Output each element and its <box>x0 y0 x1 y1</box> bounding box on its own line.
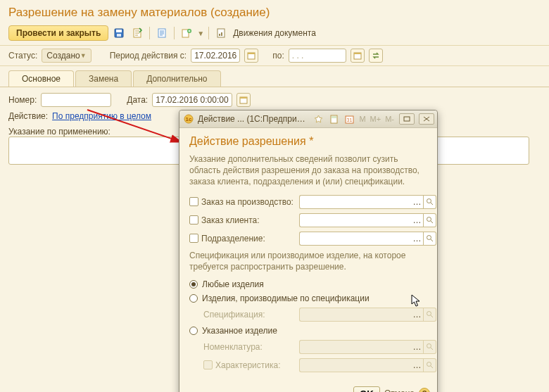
tab-main[interactable]: Основное <box>8 70 74 87</box>
action-link[interactable]: По предприятию в целом <box>52 111 151 121</box>
radio-by-spec[interactable] <box>189 294 198 303</box>
select-button: … <box>411 340 424 354</box>
calendar-to-button[interactable] <box>351 49 365 63</box>
tabs: Основное Замена Дополнительно <box>0 66 549 87</box>
memory-plus-button[interactable]: M+ <box>370 115 382 123</box>
period-to-value: . . . <box>292 51 304 61</box>
svg-rect-1 <box>116 30 122 32</box>
ok-button[interactable]: OK <box>353 386 380 392</box>
status-value: Создано <box>46 51 80 61</box>
svg-rect-9 <box>221 32 222 36</box>
cancel-button[interactable]: Отмена <box>384 388 415 392</box>
post-icon[interactable] <box>130 26 145 40</box>
status-row: Статус: Создано ▼ Период действия с: 17.… <box>0 45 549 66</box>
char-checkbox <box>203 360 213 369</box>
svg-rect-15 <box>240 97 247 99</box>
calendar-from-button[interactable] <box>244 49 258 63</box>
svg-rect-8 <box>219 34 220 36</box>
calendar-icon[interactable]: 31 <box>343 113 355 125</box>
spec-label: Спецификация: <box>203 310 265 320</box>
period-from-value: 17.02.2016 <box>194 51 236 61</box>
department-input[interactable] <box>299 232 411 246</box>
order-client-checkbox[interactable] <box>189 215 198 225</box>
magnifier-icon <box>426 343 434 350</box>
calendar-date-button[interactable] <box>236 93 251 107</box>
period-to-label: по: <box>272 51 284 61</box>
swap-icon <box>372 51 380 60</box>
order-prod-checkbox[interactable] <box>189 197 198 206</box>
svg-text:1c: 1c <box>186 116 192 122</box>
memory-minus-button[interactable]: M- <box>384 115 395 123</box>
svg-line-33 <box>431 348 433 350</box>
char-label: Характеристика: <box>215 360 281 370</box>
dialog-body: Действие разрешения * Указание дополните… <box>179 128 437 382</box>
document-icon[interactable] <box>154 26 170 40</box>
select-button[interactable]: … <box>411 232 424 246</box>
order-prod-label: Заказ на производство: <box>201 197 294 207</box>
svg-rect-13 <box>354 53 361 54</box>
number-input[interactable] <box>41 93 111 107</box>
create-on-basis-icon[interactable] <box>179 26 194 40</box>
svg-text:31: 31 <box>347 118 353 122</box>
radio-any-items[interactable] <box>189 280 198 289</box>
department-label: Подразделение: <box>201 234 265 244</box>
calculator-icon[interactable] <box>327 113 340 125</box>
tab-replace[interactable]: Замена <box>75 70 132 87</box>
minimize-button[interactable] <box>399 113 415 125</box>
app-1c-icon: 1c <box>182 113 195 125</box>
search-button[interactable] <box>424 213 436 227</box>
status-field[interactable]: Создано ▼ <box>42 49 91 63</box>
radio-any-items-label: Любые изделия <box>202 279 264 289</box>
date-field[interactable]: 17.02.2016 0:00:00 <box>152 93 232 107</box>
nomen-label: Номенклатура: <box>203 342 263 352</box>
magnifier-icon <box>426 198 434 206</box>
post-and-close-button[interactable]: Провести и закрыть <box>8 25 108 41</box>
svg-rect-2 <box>117 34 121 37</box>
tab-extra[interactable]: Дополнительно <box>133 70 220 87</box>
department-checkbox[interactable] <box>189 234 198 243</box>
radio-by-spec-label: Изделия, производимые по спецификации <box>202 293 370 303</box>
order-prod-input[interactable] <box>299 195 411 209</box>
search-button <box>424 340 436 354</box>
dialog-footer: OK Отмена ? <box>179 382 437 392</box>
period-from-field[interactable]: 17.02.2016 <box>191 49 240 63</box>
radio-specified-item-label: Указанное изделие <box>202 326 277 336</box>
svg-point-30 <box>427 312 431 316</box>
dialog-heading: Действие разрешения * <box>189 135 427 148</box>
dropdown-icon[interactable]: ▼ <box>197 30 204 37</box>
action-scope-dialog: 1c Действие ... (1С:Предприятие) 31 M M+… <box>179 110 438 392</box>
svg-point-34 <box>427 362 431 367</box>
period-from-label: Период действия с: <box>110 51 187 61</box>
magnifier-icon <box>426 234 434 242</box>
date-label: Дата: <box>127 95 148 105</box>
radio-specified-item[interactable] <box>189 327 198 335</box>
doc-moves-link[interactable]: Движения документа <box>232 28 316 38</box>
search-button <box>424 358 436 372</box>
select-button[interactable]: … <box>411 213 424 227</box>
period-to-field[interactable]: . . . <box>289 49 346 63</box>
date-value: 17.02.2016 0:00:00 <box>156 95 228 105</box>
magnifier-icon <box>426 216 434 224</box>
help-button[interactable]: ? <box>419 388 430 392</box>
action-label: Действие: <box>8 111 48 121</box>
calendar-icon <box>353 51 362 60</box>
svg-line-25 <box>431 203 433 205</box>
memory-recall-button[interactable]: M <box>358 115 366 123</box>
close-button[interactable] <box>419 113 434 125</box>
svg-rect-23 <box>404 117 410 121</box>
order-client-input[interactable] <box>299 213 411 227</box>
select-button: … <box>411 308 424 322</box>
select-button[interactable]: … <box>411 195 424 209</box>
status-label: Статус: <box>8 51 37 61</box>
save-icon[interactable] <box>111 26 127 40</box>
nomen-input <box>299 340 411 354</box>
magnifier-icon <box>426 361 434 369</box>
swap-button[interactable] <box>369 49 383 63</box>
number-label: Номер: <box>8 95 37 105</box>
order-client-label: Заказ клиента: <box>201 215 260 225</box>
search-button[interactable] <box>424 195 436 209</box>
report-icon[interactable] <box>213 26 229 40</box>
toolbar-separator <box>208 27 209 39</box>
favorite-icon[interactable] <box>312 113 324 125</box>
search-button[interactable] <box>424 232 436 246</box>
